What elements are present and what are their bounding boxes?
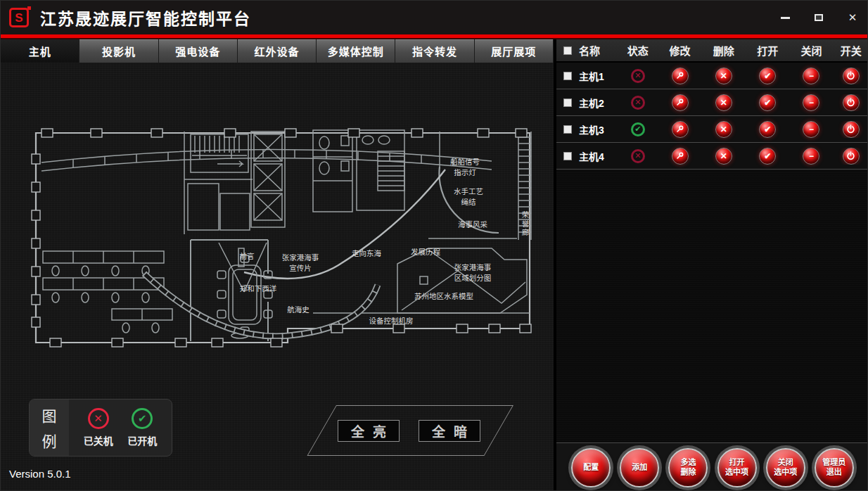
delete-button[interactable]: ✕ [715,121,732,138]
fp-label-foreword: 前言 [240,251,255,262]
minimize-icon[interactable] [777,10,793,25]
device-name: 主机3 [579,122,604,136]
close-button[interactable]: − [803,121,819,138]
status-icon [631,96,645,110]
close-button[interactable]: − [803,148,819,165]
modify-button[interactable] [672,121,689,138]
fp-label-promo-film: 张家港海事 宣传片 [282,253,319,274]
app-logo-icon: S [9,8,29,27]
table-row: 主机1 ✕ ✔ − [556,63,868,89]
configure-button[interactable]: 配置 [571,448,611,487]
close-button[interactable]: − [803,94,819,111]
device-name: 主机2 [579,96,604,110]
fp-label-water-model: 苏州地区水系模型 [414,291,473,302]
power-icon [846,71,855,80]
delete-button[interactable]: ✕ [715,148,732,165]
status-icon [631,149,645,163]
all-dark-button[interactable]: 全暗 [419,420,480,442]
power-icon [846,125,855,134]
legend-item-off: 已关机 [84,408,113,447]
fp-label-navigation-history: 航海史 [287,305,309,315]
open-button[interactable]: ✔ [759,94,776,111]
power-button[interactable] [843,68,860,84]
logo-letter: S [15,12,23,24]
table-row: 主机2 ✕ ✔ − [556,89,868,116]
modify-button[interactable] [672,94,689,111]
row-checkbox[interactable] [563,98,572,107]
wrench-icon [675,125,684,134]
legend-title-char: 例 [42,430,57,451]
accent-divider [1,34,867,38]
device-name: 主机1 [579,69,604,83]
row-checkbox[interactable] [563,152,572,160]
table-empty-area [556,170,868,442]
wrench-icon [675,71,684,80]
add-button[interactable]: 添加 [620,448,659,487]
legend-on-label: 已开机 [127,433,157,447]
status-icon [631,122,645,136]
tab-command-forward[interactable]: 指令转发 [395,39,474,63]
close-icon[interactable]: ✕ [845,10,860,25]
floorplan-panel: 船舶信号 指示灯 水手工艺 绳结 海事风采 荣誉廊 前言 张家港海事 宣传片 郑… [1,63,554,491]
tab-projector[interactable]: 投影机 [79,39,158,63]
col-name: 名称 [579,43,600,58]
all-bright-button[interactable]: 全亮 [338,420,400,442]
wrench-icon [675,151,684,160]
col-delete: 删除 [702,43,746,58]
power-icon [846,151,855,160]
col-status: 状态 [618,43,658,58]
fp-label-maritime-style: 海事风采 [458,219,487,230]
table-row: 主机4 ✕ ✔ − [556,143,868,170]
open-button[interactable]: ✔ [759,121,776,138]
tab-power-equipment[interactable]: 强电设备 [159,39,238,63]
fp-label-development: 发展历程 [411,247,440,257]
tabbar: 主机 投影机 强电设备 红外设备 多媒体控制 指令转发 展厅展项 [1,39,554,63]
select-all-checkbox[interactable] [563,46,572,55]
circle-x-icon [88,408,109,429]
power-button[interactable] [843,121,860,138]
wrench-icon [675,98,684,107]
fp-label-ship-signal: 船舶信号 指示灯 [450,157,480,178]
modify-button[interactable] [672,68,689,84]
power-button[interactable] [843,94,860,111]
app-title: 江苏晟迹展厅智能控制平台 [40,6,251,30]
tab-infrared[interactable]: 红外设备 [238,39,317,63]
device-panel: 名称 状态 修改 删除 打开 关闭 开关 主机1 ✕ ✔ − 主机2 ✕ ✔ − [554,39,868,491]
table-header: 名称 状态 修改 删除 打开 关闭 开关 [556,39,868,63]
legend-title-char: 图 [42,404,57,426]
fp-label-honor-corridor: 荣誉廊 [519,211,530,238]
col-close: 关闭 [789,43,833,58]
col-open: 打开 [746,43,789,58]
row-checkbox[interactable] [563,125,572,134]
tab-exhibits[interactable]: 展厅展项 [475,39,554,63]
maximize-icon[interactable] [811,10,826,25]
col-modify: 修改 [658,43,701,58]
multi-select-delete-button[interactable]: 多选删除 [668,448,708,487]
action-button-bar: 配置 添加 多选删除 打开选中项 关闭选中项 管理员退出 [556,442,868,491]
modify-button[interactable] [672,148,689,165]
circle-check-icon [132,408,153,429]
legend: 图 例 已关机 已开机 [29,399,172,457]
col-power: 开关 [834,43,868,58]
status-icon [631,69,645,83]
fp-label-control-room: 设备控制机房 [369,316,414,326]
delete-button[interactable]: ✕ [715,94,732,111]
fp-label-zhenghe: 郑和下西洋 [240,283,277,294]
tab-host[interactable]: 主机 [1,39,79,63]
version-label: Version 5.0.1 [9,468,71,480]
close-selected-button[interactable]: 关闭选中项 [766,448,805,487]
row-checkbox[interactable] [563,72,572,80]
delete-button[interactable]: ✕ [715,68,732,84]
open-button[interactable]: ✔ [759,148,776,165]
close-button[interactable]: − [803,68,819,84]
legend-off-label: 已关机 [84,433,113,447]
open-selected-button[interactable]: 打开选中项 [717,448,757,487]
admin-logout-button[interactable]: 管理员退出 [815,448,854,487]
app-window: S 江苏晟迹展厅智能控制平台 ✕ 主机 投影机 强电设备 红外设备 多媒体控制 … [0,0,868,491]
tab-multimedia[interactable]: 多媒体控制 [317,39,395,63]
power-button[interactable] [843,148,860,165]
open-button[interactable]: ✔ [759,68,776,84]
titlebar: S 江苏晟迹展厅智能控制平台 ✕ [1,1,867,34]
fp-label-sailor-knots: 水手工艺 绳结 [454,186,483,208]
fp-label-east-sea: 走向东海 [352,248,381,259]
